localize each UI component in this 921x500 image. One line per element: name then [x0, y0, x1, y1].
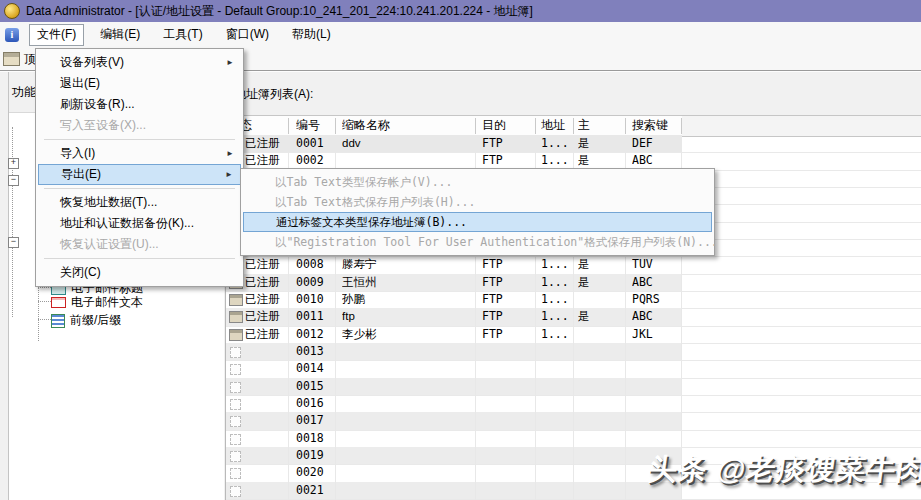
file-menu-item-restore-address-data[interactable]: 恢复地址数据(T)... — [38, 192, 241, 213]
column-separator[interactable] — [288, 118, 289, 134]
cell-search: JKL — [632, 326, 681, 343]
cell-status — [245, 482, 288, 499]
empty-entry-icon — [230, 364, 241, 375]
tree-item-label: 电子邮件文本 — [71, 294, 143, 311]
file-menu-item-address-auth-backup[interactable]: 地址和认证数据备份(K)... — [38, 213, 241, 234]
expand-plus-icon[interactable]: + — [8, 158, 19, 169]
cell-name — [342, 412, 475, 429]
column-separator[interactable] — [625, 118, 626, 134]
file-menu-item-device-list[interactable]: 设备列表(V)► — [38, 52, 241, 73]
cell-main — [578, 447, 625, 464]
menubar-item-file[interactable]: 文件(F) — [29, 24, 84, 46]
tree-connector-line — [38, 319, 51, 321]
cell-number: 0008 — [296, 256, 335, 273]
export-submenu-item-save-userlist-tabtext: 以Tab Text格式保存用户列表(H)... — [243, 192, 712, 212]
cell-number: 0017 — [296, 412, 335, 429]
cell-name: ddv — [342, 135, 475, 152]
column-separator[interactable] — [535, 118, 536, 134]
column-header-name[interactable]: 缩略名称 — [342, 116, 475, 136]
cell-status — [245, 343, 288, 360]
empty-entry-icon — [230, 486, 241, 497]
cell-purpose: FTP — [482, 256, 535, 273]
export-submenu-item-save-addressbook-labeltext[interactable]: 通过标签文本类型保存地址簿(B)... — [243, 212, 712, 232]
cell-main: 是 — [578, 256, 625, 273]
file-menu-item-exit[interactable]: 退出(E) — [38, 73, 241, 94]
empty-entry-icon — [230, 416, 241, 427]
collapse-minus-icon[interactable]: − — [8, 175, 19, 186]
tree-item-mail-text[interactable]: 电子邮件文本 — [51, 294, 143, 311]
column-header-address[interactable]: 地址 — [541, 116, 573, 136]
cell-search — [632, 412, 681, 429]
addressbook-list-label: 地址簿列表(A): — [234, 86, 313, 103]
menu-separator — [44, 258, 235, 259]
empty-entry-icon — [230, 468, 241, 479]
cell-name — [342, 395, 475, 412]
menubar-item-window[interactable]: 窗口(W) — [219, 24, 276, 44]
cell-status: 已注册 — [245, 308, 288, 325]
cell-search — [632, 378, 681, 395]
cell-main: 是 — [578, 274, 625, 291]
cell-search: PQRS — [632, 291, 681, 308]
tree-item-prefix-suffix[interactable]: 前缀/后缀 — [51, 312, 121, 329]
cell-address: 1... — [541, 274, 573, 291]
cell-number: 0020 — [296, 464, 335, 481]
cell-address: 1... — [541, 135, 573, 152]
cell-status — [245, 378, 288, 395]
column-header-search-key[interactable]: 搜索键 — [632, 116, 681, 136]
app-window: Data Administrator - [认证/地址设置 - Default … — [0, 0, 921, 500]
cell-main — [578, 343, 625, 360]
file-menu-item-import[interactable]: 导入(I)► — [38, 143, 241, 164]
menubar-item-tools[interactable]: 工具(T) — [156, 24, 209, 44]
cell-main — [578, 360, 625, 377]
cell-main — [578, 412, 625, 429]
file-menu-item-refresh-device[interactable]: 刷新设备(R)... — [38, 94, 241, 115]
cell-address: 1... — [541, 308, 573, 325]
device-icon[interactable] — [3, 52, 20, 66]
cell-search — [632, 360, 681, 377]
submenu-arrow-icon: ► — [225, 165, 233, 184]
cell-status — [245, 464, 288, 481]
file-menu-item-export[interactable]: 导出(E)► — [38, 164, 241, 185]
cell-name: ftp — [342, 308, 475, 325]
menubar-item-edit[interactable]: 编辑(E) — [93, 24, 147, 44]
cell-purpose — [482, 343, 535, 360]
column-separator[interactable] — [573, 118, 574, 134]
cell-purpose — [482, 447, 535, 464]
cell-name: 李少彬 — [342, 326, 475, 343]
cell-number: 0021 — [296, 482, 335, 499]
cell-status — [245, 360, 288, 377]
column-separator[interactable] — [335, 118, 336, 134]
cell-main — [578, 291, 625, 308]
cell-purpose — [482, 482, 535, 499]
column-header-purpose[interactable]: 目的 — [482, 116, 535, 136]
document-info-icon[interactable]: i — [5, 28, 19, 42]
file-menu-item-close[interactable]: 关闭(C) — [38, 262, 241, 283]
cell-name — [342, 378, 475, 395]
cell-address — [541, 430, 573, 447]
menubar-item-help[interactable]: 帮助(L) — [285, 24, 338, 44]
column-separator[interactable] — [475, 118, 476, 134]
cell-purpose — [482, 395, 535, 412]
cell-purpose — [482, 360, 535, 377]
cell-main — [578, 430, 625, 447]
cell-purpose: FTP — [482, 308, 535, 325]
cell-main — [578, 464, 625, 481]
cell-main — [578, 395, 625, 412]
prefix-suffix-icon — [51, 314, 65, 328]
column-header-main[interactable]: 主 — [578, 116, 625, 136]
cell-search: ABC — [632, 308, 681, 325]
cell-status: 已注册 — [245, 256, 288, 273]
registered-device-icon — [229, 329, 243, 341]
menu-bar: i 文件(F)编辑(E)工具(T)窗口(W)帮助(L) — [0, 22, 921, 48]
cell-number: 0010 — [296, 291, 335, 308]
cell-main — [578, 326, 625, 343]
cell-purpose — [482, 430, 535, 447]
cell-status: 已注册 — [245, 135, 288, 152]
cell-status — [245, 395, 288, 412]
column-header-number[interactable]: 编号 — [296, 116, 335, 136]
tree-connector-line — [38, 301, 51, 303]
collapse-minus-icon[interactable]: − — [8, 237, 19, 248]
cell-address: 1... — [541, 291, 573, 308]
mail-text-icon — [51, 297, 66, 308]
cell-main: 是 — [578, 135, 625, 152]
